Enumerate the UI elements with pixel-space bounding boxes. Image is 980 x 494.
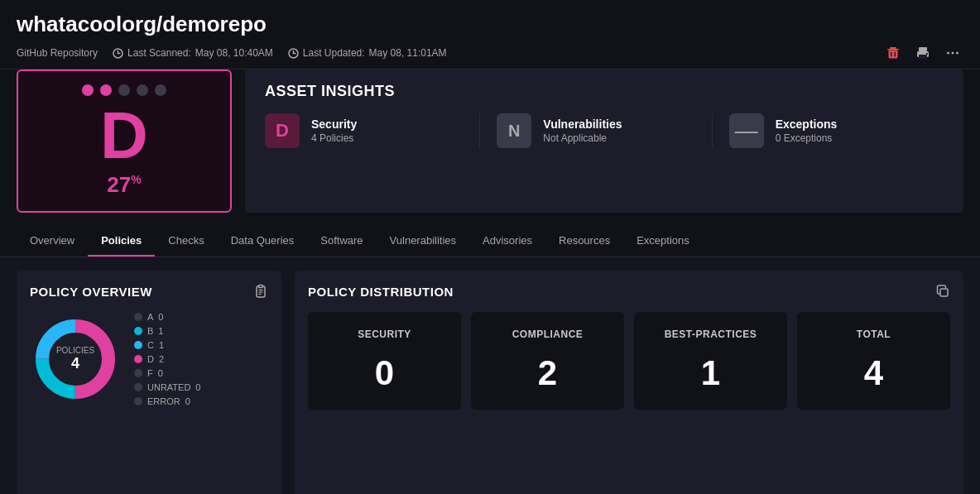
repo-title: whatacoolorg/demorepo	[17, 12, 963, 37]
dist-card-total-value: 4	[864, 353, 883, 393]
exceptions-badge: —	[729, 113, 764, 148]
insight-security: D Security 4 Policies	[265, 113, 480, 148]
tab-resources[interactable]: Resources	[545, 226, 623, 257]
score-dots	[82, 84, 166, 96]
exceptions-sublabel: 0 Exceptions	[776, 132, 838, 144]
trash-icon	[886, 46, 901, 60]
asset-insights-card: ASSET INSIGHTS D Security 4 Policies N V…	[245, 70, 963, 213]
more-options-button[interactable]	[942, 42, 963, 64]
security-label: Security	[311, 118, 357, 131]
legend-dot-d	[134, 355, 142, 363]
legend-item-a: A 0	[134, 312, 200, 322]
clipboard-icon	[253, 284, 268, 299]
svg-rect-10	[895, 52, 896, 57]
legend-item-f: F 0	[134, 368, 200, 378]
svg-rect-26	[940, 289, 948, 296]
dist-card-bp-value: 1	[701, 353, 720, 393]
tab-policies[interactable]: Policies	[88, 226, 155, 257]
security-sublabel: 4 Policies	[311, 132, 357, 144]
insights-items: D Security 4 Policies N Vulnerabilities …	[265, 113, 944, 148]
svg-rect-19	[259, 285, 263, 288]
header-actions	[882, 42, 963, 64]
tab-checks[interactable]: Checks	[155, 226, 217, 257]
legend-dot-f	[134, 369, 142, 377]
score-percent: 27%	[107, 172, 141, 198]
score-card: D 27%	[17, 70, 232, 213]
copy-icon	[935, 284, 950, 299]
header-meta: GitHub Repository Last Scanned: May 08, …	[17, 42, 963, 64]
tab-advisories[interactable]: Advisories	[469, 226, 545, 257]
dist-card-security-value: 0	[375, 353, 394, 393]
svg-rect-9	[891, 52, 892, 57]
policy-distribution-card: POLICY DISTRIBUTION SECURITY 0 COMPLIANC…	[295, 271, 963, 494]
svg-rect-13	[919, 55, 927, 59]
tab-software[interactable]: Software	[307, 226, 376, 257]
dist-card-compliance-value: 2	[538, 353, 557, 393]
policy-distribution-header: POLICY DISTRIBUTION	[308, 284, 950, 299]
donut-chart: POLICIES 4	[30, 314, 121, 405]
exceptions-label: Exceptions	[776, 118, 838, 131]
nav-tabs: Overview Policies Checks Data Queries So…	[0, 226, 980, 257]
ellipsis-icon	[945, 46, 960, 60]
svg-rect-14	[926, 53, 928, 55]
legend-dot-a	[134, 313, 142, 321]
vuln-badge: N	[497, 113, 531, 148]
legend-dot-unrated	[134, 383, 142, 391]
tab-overview[interactable]: Overview	[17, 226, 88, 257]
svg-rect-8	[889, 50, 898, 59]
dist-card-total-title: TOTAL	[857, 329, 891, 340]
dot-1	[82, 84, 94, 96]
exceptions-text: Exceptions 0 Exceptions	[776, 118, 838, 144]
vuln-label: Vulnerabilities	[543, 118, 622, 131]
dist-card-best-practices: BEST-PRACTICES 1	[634, 312, 787, 410]
last-scanned: Last Scanned: May 08, 10:40AM	[113, 47, 273, 59]
policy-overview-header: POLICY OVERVIEW	[30, 284, 268, 299]
tab-exceptions[interactable]: Exceptions	[623, 226, 703, 257]
insights-row: D 27% ASSET INSIGHTS D Security 4 Polici…	[0, 70, 980, 226]
main-content: POLICY OVERVIEW POLIC	[0, 257, 980, 494]
dist-card-compliance: COMPLIANCE 2	[471, 312, 624, 410]
dist-card-bp-title: BEST-PRACTICES	[665, 329, 757, 340]
insight-exceptions: — Exceptions 0 Exceptions	[729, 113, 944, 148]
policy-overview-card: POLICY OVERVIEW POLIC	[17, 271, 281, 494]
legend-item-d: D 2	[134, 354, 200, 364]
dist-cards: SECURITY 0 COMPLIANCE 2 BEST-PRACTICES 1…	[308, 312, 950, 410]
score-letter: D	[100, 103, 148, 169]
donut-area: POLICIES 4 A 0 B 1 C 1	[30, 312, 268, 406]
print-button[interactable]	[912, 42, 934, 64]
clock-icon	[113, 48, 123, 59]
policy-distribution-title: POLICY DISTRIBUTION	[308, 285, 454, 299]
dist-card-security: SECURITY 0	[308, 312, 461, 410]
legend-dot-b	[134, 327, 142, 335]
legend-item-error: ERROR 0	[134, 396, 200, 406]
donut-label: POLICIES 4	[56, 346, 94, 372]
dot-5	[155, 84, 166, 96]
tab-data-queries[interactable]: Data Queries	[218, 226, 308, 257]
legend-item-b: B 1	[134, 326, 200, 336]
legend-dot-error	[134, 397, 142, 405]
tab-vulnerabilities[interactable]: Vulnerabilities	[377, 226, 469, 257]
print-icon	[915, 46, 930, 60]
dot-3	[118, 84, 130, 96]
dist-card-compliance-title: COMPLIANCE	[512, 329, 584, 340]
svg-rect-11	[919, 47, 927, 51]
svg-point-15	[947, 52, 949, 55]
clock-icon-2	[288, 48, 299, 59]
svg-rect-6	[887, 49, 899, 50]
legend-item-unrated: UNRATED 0	[134, 382, 200, 392]
legend-dot-c	[134, 341, 142, 349]
security-text: Security 4 Policies	[311, 118, 357, 144]
svg-rect-7	[890, 47, 896, 49]
dist-card-total: TOTAL 4	[797, 312, 950, 410]
legend: A 0 B 1 C 1 D 2	[134, 312, 200, 406]
delete-button[interactable]	[882, 42, 904, 64]
asset-insights-title: ASSET INSIGHTS	[265, 83, 944, 100]
repo-type: GitHub Repository	[17, 47, 98, 59]
dot-4	[137, 84, 148, 96]
vuln-text: Vulnerabilities Not Applicable	[543, 118, 622, 144]
svg-point-16	[952, 52, 954, 55]
policy-overview-title: POLICY OVERVIEW	[30, 285, 152, 299]
svg-point-17	[956, 52, 958, 55]
last-updated: Last Updated: May 08, 11:01AM	[288, 47, 447, 59]
dist-card-security-title: SECURITY	[358, 329, 411, 340]
